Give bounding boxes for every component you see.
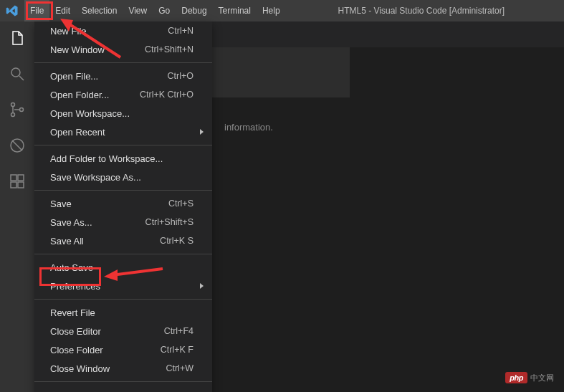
extensions-icon[interactable] xyxy=(8,172,27,191)
menu-preferences[interactable]: Preferences xyxy=(34,277,212,295)
menu-view[interactable]: View xyxy=(123,0,153,21)
watermark-badge: php xyxy=(505,372,527,383)
svg-point-2 xyxy=(11,103,15,107)
search-icon[interactable] xyxy=(8,64,27,83)
svg-point-4 xyxy=(20,108,24,112)
menu-revert-file[interactable]: Revert File xyxy=(34,303,212,322)
menu-separator xyxy=(34,254,212,254)
watermark: php 中文网 xyxy=(505,372,554,383)
debug-icon[interactable] xyxy=(8,136,27,155)
source-control-icon[interactable] xyxy=(8,100,27,119)
activity-bar xyxy=(0,21,34,392)
menu-bar: File Edit Selection View Go Debug Termin… xyxy=(0,0,564,21)
svg-point-3 xyxy=(11,113,15,117)
menu-save[interactable]: SaveCtrl+S xyxy=(34,194,212,213)
menu-new-file[interactable]: New FileCtrl+N xyxy=(34,21,212,40)
menu-auto-save[interactable]: Auto Save xyxy=(34,258,212,277)
svg-point-0 xyxy=(11,68,20,77)
svg-rect-7 xyxy=(11,175,16,181)
menu-separator xyxy=(34,190,212,191)
menu-separator xyxy=(34,381,212,382)
menu-separator xyxy=(34,145,212,145)
info-text: information. xyxy=(224,122,273,133)
menu-help[interactable]: Help xyxy=(257,0,286,21)
menu-open-folder[interactable]: Open Folder...Ctrl+K Ctrl+O xyxy=(34,85,212,104)
menu-open-recent[interactable]: Open Recent xyxy=(34,123,212,141)
menu-new-window[interactable]: New WindowCtrl+Shift+N xyxy=(34,40,212,59)
menu-separator xyxy=(34,62,212,63)
menu-open-workspace[interactable]: Open Workspace... xyxy=(34,104,212,123)
watermark-text: 中文网 xyxy=(530,373,554,383)
window-title: HTML5 - Visual Studio Code [Administrato… xyxy=(286,6,564,16)
svg-rect-8 xyxy=(18,175,24,181)
chevron-right-icon xyxy=(200,283,204,289)
menu-save-as[interactable]: Save As...Ctrl+Shift+S xyxy=(34,213,212,231)
menu-close-editor[interactable]: Close EditorCtrl+F4 xyxy=(34,322,212,340)
vscode-logo-icon xyxy=(6,4,19,17)
menu-separator xyxy=(34,299,212,300)
menu-close-window[interactable]: Close WindowCtrl+W xyxy=(34,359,212,378)
svg-line-6 xyxy=(12,140,22,150)
menu-debug[interactable]: Debug xyxy=(176,0,212,21)
menu-file[interactable]: File xyxy=(24,0,49,21)
menu-save-all[interactable]: Save AllCtrl+K S xyxy=(34,231,212,250)
menu-terminal[interactable]: Terminal xyxy=(213,0,257,21)
menu-open-file[interactable]: Open File...Ctrl+O xyxy=(34,67,212,85)
svg-rect-10 xyxy=(18,182,24,188)
chevron-right-icon xyxy=(200,129,204,135)
file-menu-dropdown: New FileCtrl+N New WindowCtrl+Shift+N Op… xyxy=(34,21,212,392)
menu-selection[interactable]: Selection xyxy=(76,0,123,21)
menu-exit[interactable]: Exit xyxy=(34,386,212,392)
svg-rect-9 xyxy=(11,182,16,188)
explorer-icon[interactable] xyxy=(8,29,27,47)
svg-line-1 xyxy=(19,76,24,80)
menu-close-folder[interactable]: Close FolderCtrl+K F xyxy=(34,340,212,359)
menu-go[interactable]: Go xyxy=(153,0,176,21)
menu-add-folder[interactable]: Add Folder to Workspace... xyxy=(34,149,212,168)
menu-edit[interactable]: Edit xyxy=(49,0,76,21)
menu-save-workspace-as[interactable]: Save Workspace As... xyxy=(34,168,212,186)
